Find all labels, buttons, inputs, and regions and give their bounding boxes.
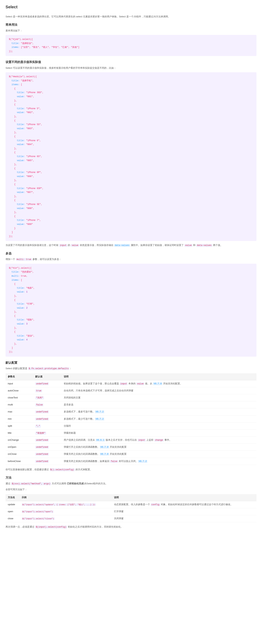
- param-cell: title: [6, 430, 33, 436]
- method-desc-cell: 动态更新配置。传入的参数是一个 config 对象。初始化时候设定的任何参数都可…: [112, 501, 256, 508]
- desc-cell: 弹窗打开之后执行此回调函数数。V0.7.0 开始支持此配置: [62, 444, 256, 451]
- table-row: closeText"关闭"关闭按钮的文案: [6, 394, 256, 401]
- desc-cell: 弹窗关闭之后执行此回调函数数。V0.7.0 开始支持此配置: [62, 451, 256, 458]
- desc-cell: 初始框的初始值。如果设置了这个值，那么也会覆盖 input 本身的 value …: [62, 380, 256, 387]
- col-header-desc: 说明: [62, 373, 256, 380]
- param-cell: input: [6, 380, 33, 387]
- note-defaults: 你可以直接修改默认配置，但是建议通过 $().select(config) 的方…: [6, 468, 256, 472]
- default-cell: undefined: [33, 458, 61, 465]
- section-methods-title: 方法: [6, 475, 256, 480]
- col-header-method-name: 方法名: [6, 494, 20, 501]
- table-row: update$("input").select("update", { item…: [6, 501, 256, 508]
- table-row: beforeCloseundefined弹窗关闭之前执行此回调函数数，如果返回 …: [6, 458, 256, 465]
- col-header-param: 参数名: [6, 373, 33, 380]
- default-cell: ",": [33, 422, 61, 430]
- desc-cell: 弹窗的标题: [62, 430, 256, 436]
- table-row: onChangeundefined用户选择之后的回调。注意从 V0.6.1 版本…: [6, 437, 256, 444]
- method-name-cell: close: [6, 515, 20, 522]
- desc-cell: 用户选择之后的回调。注意从 V0.6.1 版本之后才支持，你也可以在 input…: [62, 437, 256, 444]
- defaults-table-header-row: 参数名 默认值 说明: [6, 373, 256, 380]
- param-cell: multi: [6, 401, 33, 408]
- desc-cell: 多选模式下，最少可选个数。V0.7.2: [62, 416, 256, 422]
- code-basic: $("#job").select({ title: "选择职业", items:…: [6, 35, 256, 56]
- param-cell: autoClose: [6, 387, 33, 394]
- table-row: title"请选择"弹窗的标题: [6, 430, 256, 436]
- table-row: split","分隔符: [6, 422, 256, 430]
- table-row: onCloseundefined弹窗关闭之后执行此回调函数数。V0.7.0 开始…: [6, 451, 256, 458]
- section-methods-desc2: 全部可用方法如下：: [6, 488, 256, 492]
- default-cell: undefined: [33, 380, 61, 387]
- method-desc-cell: 关闭弹窗: [112, 515, 256, 522]
- methods-table-head: 方法名 示例 说明: [6, 494, 256, 501]
- section-basic-desc: 基本用法如下：: [6, 29, 256, 33]
- note-methods: 再次强调一点，必须是通过 $(input).select(config) 初始化…: [6, 525, 256, 529]
- method-example-cell: $("input").select("open"): [20, 508, 112, 515]
- note-display: 当设置了不同的显示值和实际值请注意，这个时候 input 的 value 依然是…: [6, 243, 256, 247]
- desc-cell: 多选模式下，最多可选个数。V0.7.2: [62, 408, 256, 416]
- param-cell: split: [6, 422, 33, 430]
- section-display-desc: Select 可以设置不同的显示值和实际值，很多时候显示给用户看的字符串和实际提…: [6, 66, 256, 70]
- section-basic-title: 简单用法: [6, 22, 256, 27]
- default-cell: undefined: [33, 408, 61, 416]
- method-example-cell: $("input").select("update", { items: ["法…: [20, 501, 112, 508]
- param-cell: closeText: [6, 394, 33, 401]
- table-row: close$("input").select("close")关闭弹窗: [6, 515, 256, 522]
- methods-table-body: update$("input").select("update", { item…: [6, 501, 256, 522]
- desc-cell: 是否多选: [62, 401, 256, 408]
- section-multi-title: 多选: [6, 251, 256, 256]
- col-header-method-example: 示例: [20, 494, 112, 501]
- method-name-cell: update: [6, 501, 20, 508]
- defaults-table: 参数名 默认值 说明 inputundefined初始框的初始值。如果设置了这个…: [6, 373, 256, 465]
- section-multi-desc: 增加一个 multi: true 参数，就可以设置为多选：: [6, 257, 256, 261]
- section-display-title: 设置不同的显示值和实际值: [6, 60, 256, 64]
- defaults-table-body: inputundefined初始框的初始值。如果设置了这个值，那么也会覆盖 in…: [6, 380, 256, 465]
- param-cell: beforeClose: [6, 458, 33, 465]
- table-row: autoClosetrue自动关闭。只有在单选模式下才可用，选择完成之后自动关闭…: [6, 387, 256, 394]
- desc-cell: 自动关闭。只有在单选模式下才可用，选择完成之后自动关闭弹窗: [62, 387, 256, 394]
- methods-table: 方法名 示例 说明 update$("input").select("updat…: [6, 494, 256, 522]
- default-cell: undefined: [33, 437, 61, 444]
- table-row: inputundefined初始框的初始值。如果设置了这个值，那么也会覆盖 in…: [6, 380, 256, 387]
- code-display: $("#mobile").select({ title: "选择手机", ite…: [6, 72, 256, 241]
- param-cell: max: [6, 408, 33, 416]
- default-cell: true: [33, 387, 61, 394]
- method-example-cell: $("input").select("close"): [20, 515, 112, 522]
- page-title: Select: [6, 4, 256, 12]
- param-cell: onOpen: [6, 444, 33, 451]
- col-header-method-desc: 说明: [112, 494, 256, 501]
- param-cell: onClose: [6, 451, 33, 458]
- default-cell: "关闭": [33, 394, 61, 401]
- table-row: onOpenundefined弹窗打开之后执行此回调函数数。V0.7.0 开始支…: [6, 444, 256, 451]
- method-name-cell: open: [6, 508, 20, 515]
- default-cell: undefined: [33, 416, 61, 422]
- method-desc-cell: 打开弹窗: [112, 508, 256, 515]
- section-methods-desc: 通过 $(xxx).select("method", args) 方式可以调用 …: [6, 482, 256, 486]
- table-row: multifalse是否多选: [6, 401, 256, 408]
- param-cell: onChange: [6, 437, 33, 444]
- table-row: open$("input").select("open")打开弹窗: [6, 508, 256, 515]
- default-cell: undefined: [33, 444, 61, 451]
- methods-table-header-row: 方法名 示例 说明: [6, 494, 256, 501]
- section-defaults-desc: Select 的默认配置是 $.fn.select.prototype.defa…: [6, 366, 256, 370]
- table-row: maxundefined多选模式下，最多可选个数。V0.7.2: [6, 408, 256, 416]
- intro-text: Select 是一种支持单选或者多选的弹出层。它可以用来代替原生的 select…: [6, 14, 256, 19]
- default-cell: "请选择": [33, 430, 61, 436]
- table-row: minundefined多选模式下，最少可选个数。V0.7.2: [6, 416, 256, 422]
- param-cell: min: [6, 416, 33, 422]
- code-multi: $("#in").select({ title: "您的爱好", multi: …: [6, 264, 256, 357]
- default-cell: undefined: [33, 451, 61, 458]
- desc-cell: 关闭按钮的文案: [62, 394, 256, 401]
- desc-cell: 弹窗关闭之前执行此回调函数数，如果返回 false 则可以阻止关闭。V0.7.2: [62, 458, 256, 465]
- default-cell: false: [33, 401, 61, 408]
- section-defaults-title: 默认配置: [6, 360, 256, 365]
- col-header-default: 默认值: [33, 373, 61, 380]
- defaults-table-head: 参数名 默认值 说明: [6, 373, 256, 380]
- desc-cell: 分隔符: [62, 422, 256, 430]
